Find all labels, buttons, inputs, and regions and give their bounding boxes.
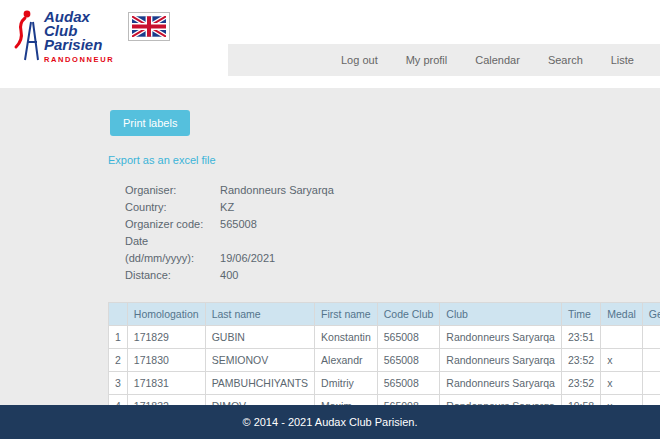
cell-last-name: GUBIN	[205, 326, 314, 349]
cell-index: 2	[109, 349, 128, 372]
cell-club: Randonneurs Saryarqa	[440, 372, 562, 395]
cell-first-name: Konstantin	[315, 326, 378, 349]
cell-code-club: 565008	[377, 372, 440, 395]
acp-logo-figure-icon	[12, 8, 40, 70]
info-row-country: Country: KZ	[125, 199, 660, 216]
info-label: Organizer code:	[125, 216, 217, 233]
cell-homologation: 171831	[127, 372, 205, 395]
cell-first-name: Dmitriy	[315, 372, 378, 395]
cell-index: 3	[109, 372, 128, 395]
nav-item-my-profil[interactable]: My profil	[406, 54, 448, 66]
header-code-club: Code Club	[377, 303, 440, 326]
info-row-organizer-code: Organizer code: 565008	[125, 216, 660, 233]
cell-gender	[642, 372, 660, 395]
cell-code-club: 565008	[377, 326, 440, 349]
cell-gender	[642, 326, 660, 349]
cell-medal: x	[601, 349, 643, 372]
info-row-distance: Distance: 400	[125, 267, 660, 284]
header-gender: Gender	[642, 303, 660, 326]
cell-last-name: PAMBUHCHIYANTS	[205, 372, 314, 395]
info-row-date: Date (dd/mm/yyyy): 19/06/2021	[125, 233, 660, 267]
acp-logo-text: Audax Club Parisien RANDONNEUR	[44, 8, 114, 64]
top-nav: Log out My profil Calendar Search Liste	[228, 44, 660, 76]
logo-line-3: Parisien	[44, 38, 114, 52]
header-medal: Medal	[601, 303, 643, 326]
footer: © 2014 - 2021 Audax Club Parisien.	[0, 405, 660, 439]
header-homologation: Homologation	[127, 303, 205, 326]
header-last-name: Last name	[205, 303, 314, 326]
nav-item-log-out[interactable]: Log out	[341, 54, 378, 66]
nav-item-calendar[interactable]: Calendar	[475, 54, 520, 66]
nav-item-liste[interactable]: Liste	[611, 54, 634, 66]
language-uk-flag-icon[interactable]	[128, 12, 170, 41]
cell-homologation: 171829	[127, 326, 205, 349]
cell-time: 23:52	[561, 372, 600, 395]
cell-club: Randonneurs Saryarqa	[440, 326, 562, 349]
header-club: Club	[440, 303, 562, 326]
cell-gender	[642, 349, 660, 372]
header-time: Time	[561, 303, 600, 326]
info-label: Country:	[125, 199, 217, 216]
event-info-block: Organiser: Randonneurs Saryarqa Country:…	[125, 182, 660, 284]
info-label: Organiser:	[125, 182, 217, 199]
logo-subtitle: RANDONNEUR	[44, 55, 114, 64]
info-value: KZ	[220, 199, 234, 216]
cell-time: 23:52	[561, 349, 600, 372]
info-row-organiser: Organiser: Randonneurs Saryarqa	[125, 182, 660, 199]
info-label: Date (dd/mm/yyyy):	[125, 233, 217, 267]
header: Audax Club Parisien RANDONNEUR Log out M…	[0, 0, 660, 88]
info-value: 565008	[220, 216, 257, 233]
cell-club: Randonneurs Saryarqa	[440, 349, 562, 372]
header-first-name: First name	[315, 303, 378, 326]
info-label: Distance:	[125, 267, 217, 284]
cell-medal	[601, 326, 643, 349]
acp-logo: Audax Club Parisien RANDONNEUR	[12, 8, 114, 70]
results-table-header: Homologation Last name First name Code C…	[109, 303, 660, 326]
cell-first-name: Alexandr	[315, 349, 378, 372]
nav-item-search[interactable]: Search	[548, 54, 583, 66]
cell-medal: x	[601, 372, 643, 395]
info-value: Randonneurs Saryarqa	[220, 182, 334, 199]
table-row: 1 171829 GUBIN Konstantin 565008 Randonn…	[109, 326, 660, 349]
export-excel-link[interactable]: Export as an excel file	[108, 154, 660, 166]
cell-index: 1	[109, 326, 128, 349]
print-labels-button[interactable]: Print labels	[110, 110, 190, 136]
cell-time: 23:51	[561, 326, 600, 349]
table-row: 3 171831 PAMBUHCHIYANTS Dmitriy 565008 R…	[109, 372, 660, 395]
main-content: Print labels Export as an excel file Org…	[0, 88, 660, 439]
info-value: 400	[220, 267, 238, 284]
info-value: 19/06/2021	[220, 250, 275, 267]
header-index	[109, 303, 128, 326]
table-row: 2 171830 SEMIONOV Alexandr 565008 Randon…	[109, 349, 660, 372]
cell-last-name: SEMIONOV	[205, 349, 314, 372]
copyright-text: © 2014 - 2021 Audax Club Parisien.	[242, 416, 417, 428]
cell-code-club: 565008	[377, 349, 440, 372]
cell-homologation: 171830	[127, 349, 205, 372]
